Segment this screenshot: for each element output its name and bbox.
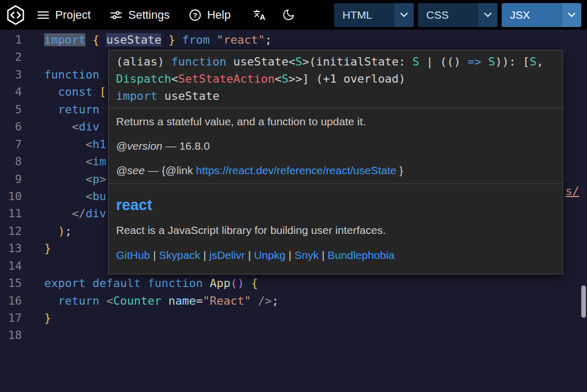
menu-settings-label: Settings [128,8,170,22]
editor-tabs: HTML CSS JSX [334,3,581,27]
signature-line: (alias) function useState<S>(initialStat… [116,53,555,70]
hover-doc-see: @see — {@link https://react.dev/referenc… [116,164,555,177]
code-line[interactable]: import { useState } from "react"; [44,31,579,48]
line-number: 18 [0,326,22,344]
code-line[interactable]: export default function App() { [44,275,579,292]
menu-help[interactable]: ? Help [189,8,231,22]
package-link-github[interactable]: GitHub [116,249,150,261]
line-number: 4 [0,83,22,100]
sliders-icon [110,9,122,21]
package-description: React is a JavaScript library for buildi… [116,224,555,237]
theme-toggle-button[interactable] [282,8,295,21]
line-number: 15 [0,275,22,292]
link-separator: | [245,249,254,261]
tab-css-label[interactable]: CSS [418,3,477,27]
signature-line: Dispatch<SetStateAction<S>>] (+1 overloa… [116,70,555,87]
line-number: 8 [0,153,22,170]
line-number: 5 [0,101,22,118]
line-number: 10 [0,188,22,205]
package-name-link[interactable]: react [116,197,152,213]
chevron-down-icon[interactable] [477,3,497,27]
link-separator: | [150,249,159,261]
version-tag: @version [116,140,162,152]
line-number: 2 [0,48,22,66]
line-number: 3 [0,66,22,83]
vertical-scrollbar[interactable] [581,285,586,318]
translate-icon: A [253,9,266,21]
signature-line: import useState [116,87,555,104]
hover-docs: Returns a stateful value, and a function… [109,108,563,184]
app-logo-icon[interactable] [5,4,27,26]
see-tag: @see [116,164,145,176]
line-number: 6 [0,118,22,135]
tab-html-label[interactable]: HTML [334,3,393,27]
menu-help-label: Help [207,8,231,22]
line-number: 7 [0,136,22,153]
package-links: GitHub | Skypack | jsDelivr | Unpkg | Sn… [116,249,555,262]
wrapped-string-fragment: s/ [566,182,580,200]
line-number: 12 [0,223,22,240]
line-number: 16 [0,292,22,309]
line-number: 13 [0,240,22,257]
tab-html[interactable]: HTML [334,3,414,27]
hover-doc-version: @version — 16.8.0 [116,139,555,152]
hover-tooltip: (alias) function useState<S>(initialStat… [108,50,563,275]
tab-css[interactable]: CSS [418,3,497,27]
tab-jsx-label[interactable]: JSX [502,3,561,27]
code-line[interactable] [44,326,579,344]
moon-icon [282,8,295,21]
link-separator: | [318,249,327,261]
usestate-docs-link[interactable]: https://react.dev/reference/react/useSta… [196,164,397,176]
code-line[interactable]: } [44,309,579,326]
package-link-unpkg[interactable]: Unpkg [254,249,286,261]
line-number: 14 [0,257,22,275]
hamburger-icon [37,10,49,20]
line-number: 9 [0,171,22,188]
hover-doc-summary: Returns a stateful value, and a function… [116,115,555,128]
package-link-jsdelivr[interactable]: jsDelivr [209,249,245,261]
link-separator: | [286,249,295,261]
topbar: Project Settings ? Help A [0,0,587,30]
line-number: 11 [0,205,22,222]
tab-jsx[interactable]: JSX [502,3,581,27]
translate-button[interactable]: A [253,9,266,21]
chevron-down-icon[interactable] [561,3,581,27]
package-link-snyk[interactable]: Snyk [295,249,319,261]
help-circle-icon: ? [189,9,201,21]
chevron-down-icon[interactable] [393,3,414,27]
svg-text:A: A [260,12,265,21]
package-link-skypack[interactable]: Skypack [159,249,200,261]
svg-text:?: ? [193,11,197,19]
line-number: 17 [0,309,22,326]
gutter: 123456789101112131415161718 [0,31,22,344]
code-line[interactable]: return <Counter name="React" />; [44,292,579,309]
package-info: react React is a JavaScript library for … [109,184,563,262]
line-number: 1 [0,31,22,48]
hover-signature: (alias) function useState<S>(initialStat… [109,50,563,108]
menu-project[interactable]: Project [37,8,91,22]
package-link-bundlephobia[interactable]: Bundlephobia [328,249,394,261]
menu-settings[interactable]: Settings [110,8,170,22]
menu-project-label: Project [55,8,91,22]
version-value: 16.8.0 [180,140,210,152]
link-separator: | [200,249,209,261]
